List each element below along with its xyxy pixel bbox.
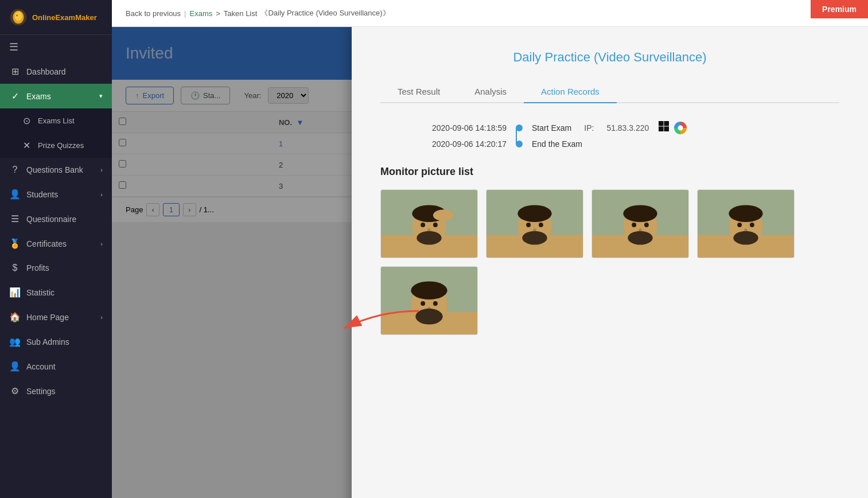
start-exam-label: Start Exam (532, 123, 571, 133)
breadcrumb-arrow: > (216, 9, 220, 18)
face-svg-4 (698, 189, 794, 258)
face-svg-1 (381, 189, 477, 258)
svg-point-51 (421, 301, 425, 306)
chevron-right-icon: › (100, 240, 103, 247)
timeline-dot-end (516, 141, 523, 147)
ip-label: IP: (584, 123, 594, 133)
sidebar-item-label: Sub Admins (26, 337, 69, 347)
back-link[interactable]: Back to previous (126, 9, 181, 18)
timeline-time-start: 2020-09-06 14:18:59 (415, 123, 507, 133)
monitor-photo-3[interactable] (591, 189, 689, 258)
chrome-inner (678, 125, 683, 130)
svg-point-25 (539, 223, 543, 227)
sidebar-item-exams[interactable]: ✓ Exams ▾ (0, 84, 112, 108)
sidebar-item-students[interactable]: 👤 Students › (0, 182, 112, 207)
ip-value: 51.83.3.220 (606, 123, 649, 133)
monitor-photo-5[interactable] (380, 266, 478, 335)
sidebar-item-dashboard[interactable]: ⊞ Dashboard (0, 59, 112, 84)
timeline-icons (658, 120, 687, 135)
svg-point-34 (644, 223, 649, 227)
svg-point-45 (733, 231, 758, 245)
end-exam-label: End the Exam (532, 139, 582, 149)
chevron-right-icon: › (100, 314, 103, 321)
sidebar-item-questions-bank[interactable]: ? Questions Bank › (0, 158, 112, 182)
timeline-dot-start (516, 124, 523, 131)
sidebar-item-profits[interactable]: $ Profits (0, 256, 112, 280)
chevron-down-icon: ▾ (99, 92, 103, 100)
sidebar-item-label: Account (26, 362, 56, 371)
premium-badge[interactable]: Premium (811, 0, 868, 18)
svg-point-36 (628, 231, 652, 245)
sidebar-item-label: Certificates (26, 239, 67, 248)
svg-rect-7 (659, 127, 664, 132)
sidebar-item-exams-list[interactable]: ⊙ Exams List (0, 108, 112, 133)
timeline-item-end: 2020-09-06 14:20:17 End the Exam (415, 139, 839, 149)
profits-icon: $ (9, 263, 21, 273)
hamburger-button[interactable]: ☰ (0, 35, 112, 59)
sub-admins-icon: 👥 (9, 336, 21, 347)
tab-analysis[interactable]: Analysis (457, 81, 524, 103)
sidebar-item-label: Students (26, 190, 58, 199)
svg-point-3 (16, 14, 18, 16)
svg-point-42 (737, 223, 742, 227)
svg-point-43 (750, 223, 754, 227)
sidebar-item-label: Statistic (26, 288, 55, 297)
exams-submenu: ⊙ Exams List ✕ Prize Quizzes (0, 108, 112, 158)
windows-icon (658, 120, 670, 135)
svg-rect-8 (664, 127, 670, 132)
prize-quizzes-icon: ✕ (21, 140, 32, 151)
breadcrumb-current: 《Daily Practice (Video Surveillance)》 (260, 8, 390, 18)
timeline-item-start: 2020-09-06 14:18:59 Start Exam IP: 51.83… (415, 120, 839, 135)
sidebar-item-label: Prize Quizzes (38, 141, 84, 150)
exams-breadcrumb[interactable]: Exams (190, 9, 213, 18)
svg-point-24 (526, 223, 531, 227)
sidebar-item-label: Questions Bank (26, 165, 83, 174)
sidebar-nav: ⊞ Dashboard ✓ Exams ▾ ⊙ Exams List ✕ Pri… (0, 59, 112, 498)
face-svg-5 (381, 266, 477, 335)
sidebar-item-questionnaire[interactable]: ☰ Questionnaire (0, 207, 112, 231)
exams-icon: ✓ (9, 91, 21, 102)
modal-inner: Daily Practice (Video Surveillance) Test… (352, 27, 868, 358)
home-icon: 🏠 (9, 312, 21, 322)
sidebar-item-label: Exams (26, 92, 51, 101)
main-content: Back to previous | Exams > Taken List 《D… (112, 0, 868, 498)
svg-point-41 (729, 205, 762, 222)
logo-text: OnlineExamMaker (32, 13, 97, 22)
sidebar-item-account[interactable]: 👤 Account (0, 354, 112, 379)
logo-area: OnlineExamMaker (0, 0, 112, 35)
chevron-right-icon: › (100, 166, 103, 173)
sidebar-item-certificates[interactable]: 🏅 Certificates › (0, 231, 112, 256)
account-icon: 👤 (9, 361, 21, 372)
questionnaire-icon: ☰ (9, 213, 21, 224)
photo-grid (380, 189, 839, 335)
svg-point-33 (632, 223, 636, 227)
sidebar-item-label: Settings (26, 387, 56, 396)
action-records-modal: Daily Practice (Video Surveillance) Test… (352, 27, 868, 498)
topbar: Back to previous | Exams > Taken List 《D… (112, 0, 868, 27)
sidebar-item-statistic[interactable]: 📊 Statistic (0, 280, 112, 305)
tab-test-result[interactable]: Test Result (380, 81, 457, 103)
chrome-icon (674, 122, 687, 134)
sidebar-item-label: Home Page (26, 313, 69, 322)
face-svg-2 (486, 189, 583, 258)
sidebar-item-settings[interactable]: ⚙ Settings (0, 379, 112, 403)
face-svg-3 (592, 189, 688, 258)
sidebar-item-prize-quizzes[interactable]: ✕ Prize Quizzes (0, 133, 112, 158)
breadcrumb-taken[interactable]: Taken List (224, 9, 258, 18)
certificates-icon: 🏅 (9, 238, 21, 249)
monitor-photo-4[interactable] (697, 189, 795, 258)
modal-overlay[interactable]: Daily Practice (Video Surveillance) Test… (112, 27, 868, 498)
sidebar-item-home-page[interactable]: 🏠 Home Page › (0, 305, 112, 329)
tab-action-records[interactable]: Action Records (524, 81, 617, 103)
sidebar-item-sub-admins[interactable]: 👥 Sub Admins (0, 329, 112, 354)
exams-list-icon: ⊙ (21, 115, 32, 126)
chevron-right-icon: › (100, 191, 103, 198)
monitor-photo-1[interactable] (380, 189, 478, 258)
modal-title: Daily Practice (Video Surveillance) (380, 50, 839, 65)
svg-point-27 (522, 231, 547, 245)
settings-icon: ⚙ (9, 386, 21, 396)
dashboard-icon: ⊞ (9, 66, 21, 77)
timeline: 2020-09-06 14:18:59 Start Exam IP: 51.83… (415, 120, 839, 149)
monitor-photo-2[interactable] (486, 189, 583, 258)
svg-point-50 (411, 281, 447, 299)
